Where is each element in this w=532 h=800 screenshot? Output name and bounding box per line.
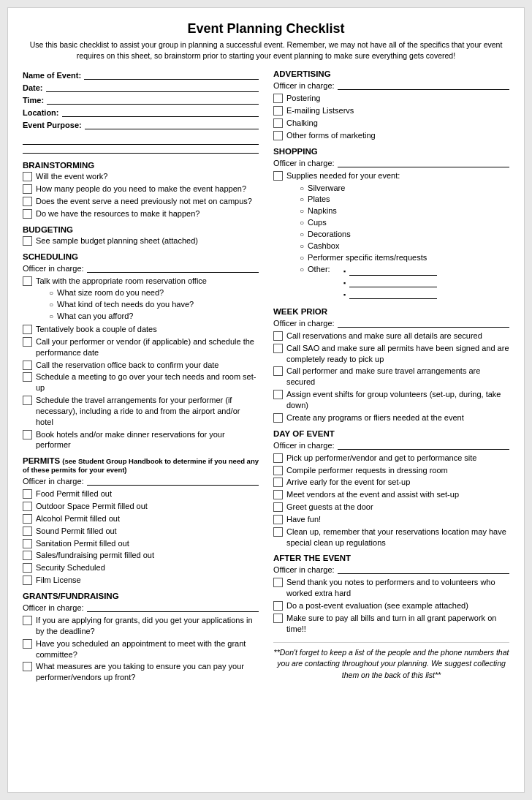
checkbox[interactable] xyxy=(23,539,32,548)
list-item: Talk with the appropriate room reservati… xyxy=(23,276,259,322)
grants-list: If you are applying for grants, did you … xyxy=(23,615,259,683)
checkbox[interactable] xyxy=(23,236,32,246)
checkbox[interactable] xyxy=(23,396,32,405)
checkbox[interactable] xyxy=(273,171,283,181)
list-item: Outdoor Space Permit filled out xyxy=(23,501,259,512)
list-item: Call your performer or vendor (if applic… xyxy=(23,336,259,358)
list-item: Call performer and make sure travel arra… xyxy=(273,366,509,388)
day-of-officer: Officer in charge: xyxy=(273,439,509,450)
list-item: Other forms of marketing xyxy=(273,130,509,141)
list-item: Schedule the travel arrangements for you… xyxy=(23,395,259,428)
list-item: Book hotels and/or make dinner reservati… xyxy=(23,429,259,451)
checkbox[interactable] xyxy=(23,616,32,625)
day-of-section: DAY OF EVENT Officer in charge: Pick up … xyxy=(273,429,509,548)
checkbox[interactable] xyxy=(273,118,283,128)
checkbox[interactable] xyxy=(273,106,283,116)
week-prior-list: Call reservations and make sure all deta… xyxy=(273,331,509,423)
scheduling-officer: Officer in charge: xyxy=(23,263,259,273)
list-item: Will the event work? xyxy=(23,171,259,182)
brainstorming-list: Will the event work? How many people do … xyxy=(23,171,259,219)
checkbox[interactable] xyxy=(23,639,32,649)
checkbox[interactable] xyxy=(23,527,32,536)
list-item: Sanitation Permit filled out xyxy=(23,538,259,549)
after-officer: Officer in charge: xyxy=(273,564,509,574)
checkbox[interactable] xyxy=(273,601,283,611)
checkbox[interactable] xyxy=(273,94,283,103)
checkbox[interactable] xyxy=(273,614,283,623)
checkbox[interactable] xyxy=(23,337,32,347)
checkbox[interactable] xyxy=(273,478,283,487)
checkbox[interactable] xyxy=(23,502,32,511)
shopping-officer: Officer in charge: xyxy=(273,157,509,167)
checkbox[interactable] xyxy=(23,514,32,524)
list-item: Supplies needed for your event: Silverwa… xyxy=(273,170,509,301)
checkbox[interactable] xyxy=(23,662,32,671)
checkbox[interactable] xyxy=(23,325,32,334)
right-column: ADVERTISING Officer in charge: Postering… xyxy=(273,69,509,689)
checkbox[interactable] xyxy=(273,413,283,423)
checkbox[interactable] xyxy=(273,527,283,537)
list-item: Pick up performer/vendor and get to perf… xyxy=(273,453,509,464)
checkbox[interactable] xyxy=(273,578,283,587)
location-input[interactable] xyxy=(62,107,259,117)
checkbox[interactable] xyxy=(23,576,32,585)
left-column: Name of Event: Date: Time: Location: Eve… xyxy=(23,69,259,689)
page-title: Event Planning Checklist xyxy=(23,21,509,37)
sub-list-item: Performer specific items/requests xyxy=(300,252,509,263)
checkbox[interactable] xyxy=(23,209,32,219)
checkbox[interactable] xyxy=(273,344,283,353)
sub-sub-list-item xyxy=(343,289,437,299)
sub-sub-list-item xyxy=(343,277,437,287)
list-item: Food Permit filled out xyxy=(23,488,259,499)
sub-list-item: What kind of tech needs do you have? xyxy=(49,299,259,310)
after-list: Send thank you notes to performers and t… xyxy=(273,577,509,634)
week-prior-section: WEEK PRIOR Officer in charge: Call reser… xyxy=(273,307,509,423)
checkbox[interactable] xyxy=(273,131,283,140)
list-item: Call SAO and make sure all permits have … xyxy=(273,343,509,365)
name-input[interactable] xyxy=(84,69,259,80)
sub-list-item: Decorations xyxy=(300,229,509,240)
shopping-list: Supplies needed for your event: Silverwa… xyxy=(273,170,509,301)
checkbox[interactable] xyxy=(23,430,32,439)
checkbox[interactable] xyxy=(273,390,283,399)
other-list xyxy=(343,265,437,301)
sub-list-item: What can you afford? xyxy=(49,311,259,322)
checkbox[interactable] xyxy=(23,489,32,499)
checkbox[interactable] xyxy=(273,466,283,475)
checkbox[interactable] xyxy=(23,276,32,286)
checkbox[interactable] xyxy=(273,515,283,524)
list-item: Greet guests at the door xyxy=(273,502,509,513)
list-item: Clean up, remember that your reservation… xyxy=(273,527,509,548)
list-item: Tentatively book a couple of dates xyxy=(23,324,259,335)
permits-section: PERMITS (see Student Group Handbook to d… xyxy=(23,456,259,586)
checkbox[interactable] xyxy=(273,490,283,499)
time-input[interactable] xyxy=(47,94,259,105)
checkbox[interactable] xyxy=(23,172,32,181)
list-item: See sample budget planning sheet (attach… xyxy=(23,235,259,246)
checkbox[interactable] xyxy=(23,563,32,573)
sub-list-item: Cashbox xyxy=(300,241,509,252)
checkbox[interactable] xyxy=(273,331,283,341)
date-input[interactable] xyxy=(46,82,259,92)
checkbox[interactable] xyxy=(23,372,32,382)
list-item: Schedule a meeting to go over your tech … xyxy=(23,371,259,393)
sub-list-item: Other: xyxy=(300,264,509,301)
week-prior-officer: Officer in charge: xyxy=(273,317,509,328)
purpose-input[interactable] xyxy=(85,119,259,129)
sub-sub-list-item xyxy=(343,265,437,276)
checkbox[interactable] xyxy=(23,197,32,206)
checkbox[interactable] xyxy=(23,184,32,194)
list-item: Does the event serve a need previously n… xyxy=(23,196,259,207)
list-item: E-mailing Listservs xyxy=(273,105,509,116)
advertising-officer: Officer in charge: xyxy=(273,80,509,90)
checkbox[interactable] xyxy=(23,551,32,560)
checkbox[interactable] xyxy=(273,453,283,463)
checkbox[interactable] xyxy=(273,366,283,376)
event-form: Name of Event: Date: Time: Location: Eve… xyxy=(23,69,259,154)
after-section: AFTER THE EVENT Officer in charge: Send … xyxy=(273,554,509,634)
sub-list-item: Cups xyxy=(300,217,509,228)
list-item: Film License xyxy=(23,575,259,586)
checkbox[interactable] xyxy=(23,361,32,370)
checkbox[interactable] xyxy=(273,502,283,512)
scheduling-list: Talk with the appropriate room reservati… xyxy=(23,276,259,451)
